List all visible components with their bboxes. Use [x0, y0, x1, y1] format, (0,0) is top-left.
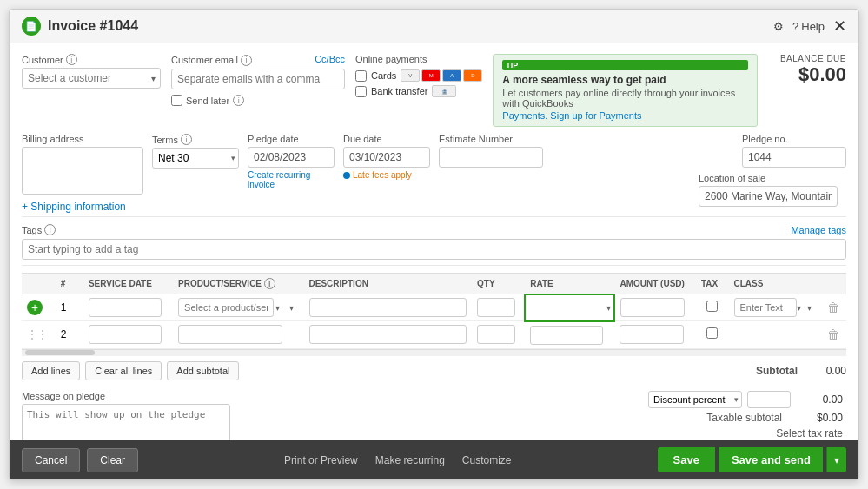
th-tax: TAX — [696, 274, 729, 294]
row2-product-input[interactable] — [178, 325, 282, 344]
create-recurring-link[interactable]: Create recurring invoice — [248, 170, 335, 189]
location-input[interactable] — [699, 186, 838, 207]
send-later-checkbox[interactable] — [171, 95, 182, 106]
row2-amount-input[interactable] — [620, 325, 684, 344]
message-pledge-textarea[interactable] — [22, 404, 230, 441]
due-date-input[interactable] — [343, 147, 430, 168]
row2-tax-checkbox[interactable] — [706, 327, 718, 339]
drag-handle[interactable]: ⋮⋮ — [27, 328, 48, 340]
row2-class — [729, 321, 822, 349]
save-button[interactable]: Save — [658, 447, 715, 472]
row1-num: 1 — [56, 294, 83, 321]
row1-delete-button[interactable]: 🗑 — [827, 301, 839, 314]
billing-textarea[interactable] — [22, 147, 143, 195]
table-row: ⋮⋮ 2 — [22, 321, 846, 349]
save-and-send-button[interactable]: Save and send — [719, 447, 823, 472]
discount-value-input[interactable] — [747, 391, 791, 408]
row1-class-wrapper[interactable]: ▾ — [734, 298, 817, 317]
customer-select-wrapper[interactable] — [22, 68, 161, 89]
product-info-icon[interactable]: i — [264, 278, 275, 289]
make-recurring-button[interactable]: Make recurring — [375, 454, 445, 466]
row2-rate-input[interactable] — [530, 326, 603, 345]
invoice-icon: 📄 — [22, 17, 41, 36]
th-qty: QTY — [472, 274, 525, 294]
add-lines-button[interactable]: Add lines — [22, 361, 80, 380]
row1-qty-input[interactable] — [477, 298, 515, 317]
row-billing: Billing address + Shipping information T… — [22, 134, 846, 213]
invoice-table: # SERVICE DATE PRODUCT/SERVICE i DESCRIP… — [22, 273, 846, 349]
customer-input[interactable] — [22, 68, 161, 89]
email-info-icon[interactable]: i — [241, 55, 252, 66]
tags-info-icon[interactable]: i — [44, 224, 56, 235]
cc-bcc-link[interactable]: Cc/Bcc — [315, 54, 345, 64]
save-dropdown-button[interactable]: ▾ — [826, 447, 846, 472]
footer-left: Cancel Clear — [22, 448, 138, 472]
row1-date-input[interactable] — [89, 298, 162, 317]
late-fees-label: Late fees apply — [353, 170, 412, 180]
location-group: Location of sale — [699, 173, 838, 207]
customize-button[interactable]: Customize — [462, 454, 512, 466]
cancel-button[interactable]: Cancel — [22, 448, 80, 472]
table-scroll-bar — [22, 349, 846, 356]
scroll-thumb[interactable] — [25, 350, 95, 355]
terms-select[interactable]: Net 30 — [152, 148, 239, 169]
tip-title: A more seamless way to get paid — [502, 74, 748, 86]
add-row-button[interactable]: + — [27, 300, 43, 315]
row1-product-wrapper[interactable]: ▾ — [178, 298, 298, 317]
header-right: ⚙ ? Help ✕ — [773, 17, 846, 36]
row1-amount-input[interactable] — [620, 298, 685, 317]
row2-qty-input[interactable] — [477, 325, 515, 344]
discount-type-select[interactable]: Discount percent — [648, 391, 742, 408]
table-actions: Add lines Clear all lines Add subtotal S… — [22, 356, 846, 386]
billing-label: Billing address — [22, 134, 143, 144]
print-preview-button[interactable]: Print or Preview — [284, 454, 358, 466]
row1-desc-input[interactable] — [309, 298, 467, 317]
manage-tags-link[interactable]: Manage tags — [791, 225, 846, 235]
th-num: # — [56, 274, 83, 294]
terms-group: Terms i Net 30 — [152, 134, 239, 169]
footer-right: Save Save and send ▾ — [658, 447, 846, 472]
online-payments-group: Online payments Cards V M A D Bank trans… — [355, 54, 482, 97]
row1-tax-checkbox[interactable] — [706, 301, 718, 312]
cards-checkbox[interactable] — [355, 70, 367, 82]
th-service-date: SERVICE DATE — [83, 274, 173, 294]
discount-select-wrapper[interactable]: Discount percent — [648, 391, 742, 408]
clear-lines-button[interactable]: Clear all lines — [85, 361, 162, 380]
row1-class-input[interactable] — [734, 298, 797, 317]
th-add — [22, 274, 56, 294]
th-class: CLASS — [729, 274, 822, 294]
estimate-number-input[interactable] — [439, 147, 543, 168]
add-subtotal-button[interactable]: Add subtotal — [167, 361, 239, 380]
help-button[interactable]: ? Help — [792, 20, 825, 33]
close-button[interactable]: ✕ — [833, 17, 846, 36]
row1-rate-input[interactable] — [531, 301, 608, 314]
pledge-no-input[interactable] — [742, 147, 846, 168]
customer-info-icon[interactable]: i — [66, 54, 77, 65]
terms-select-wrapper[interactable]: Net 30 — [152, 148, 239, 169]
gear-button[interactable]: ⚙ — [773, 20, 784, 33]
discount-controls: Discount percent — [648, 391, 791, 408]
email-input[interactable] — [171, 69, 345, 89]
billing-group: Billing address + Shipping information — [22, 134, 143, 213]
pledge-date-input[interactable] — [248, 147, 335, 168]
bank-label: Bank transfer — [371, 86, 427, 96]
row2-date-input[interactable] — [89, 325, 162, 344]
row1-qty — [472, 294, 525, 321]
row1-product-input[interactable] — [178, 298, 274, 317]
shipping-link[interactable]: + Shipping information — [22, 201, 143, 213]
right-side-fields: Pledge no. Location of sale — [699, 134, 846, 207]
late-fees-dot — [343, 172, 350, 179]
send-later-info-icon[interactable]: i — [233, 95, 244, 106]
row2-desc-input[interactable] — [309, 325, 467, 344]
terms-info-icon[interactable]: i — [181, 134, 192, 145]
row2-delete-button[interactable]: 🗑 — [827, 327, 839, 341]
bank-transfer-checkbox[interactable] — [355, 86, 367, 97]
modal-header: 📄 Invoice #1044 ⚙ ? Help ✕ — [10, 10, 858, 43]
tip-link[interactable]: Payments. Sign up for Payments — [502, 110, 748, 121]
tags-input[interactable] — [22, 239, 846, 260]
header-left: 📄 Invoice #1044 — [22, 17, 138, 36]
row2-desc — [304, 321, 472, 349]
clear-button[interactable]: Clear — [87, 448, 138, 472]
subtotal-label-right: Subtotal — [756, 365, 798, 377]
mc-icon: M — [421, 69, 441, 82]
